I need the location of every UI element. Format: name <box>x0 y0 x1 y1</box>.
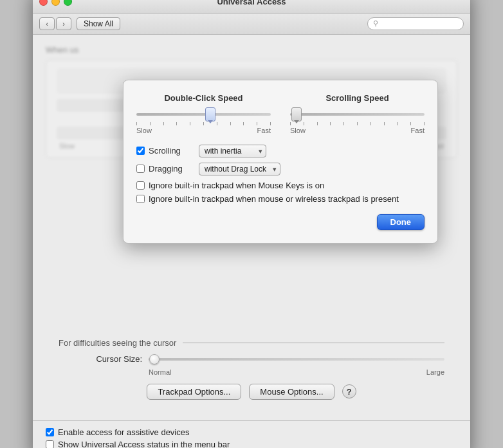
double-click-speed-track <box>136 113 271 116</box>
when-using-label: When us <box>46 45 78 55</box>
ignore-trackpad-wireless-checkbox[interactable] <box>136 195 145 203</box>
minimize-button[interactable] <box>51 0 60 6</box>
double-click-tick-marks <box>136 122 271 125</box>
cursor-section-label-text: For difficulties seeing the cursor <box>59 338 176 348</box>
maximize-button[interactable] <box>64 0 72 6</box>
dragging-dropdown-wrapper: without Drag Lock with Drag Lock three f… <box>199 163 280 175</box>
main-window: Universal Access ‹ › Show All ⚲ When us … <box>33 0 470 448</box>
help-button[interactable]: ? <box>342 384 356 399</box>
show-status-row: Show Universal Access status in the menu… <box>46 440 457 449</box>
scrolling-speed-slider-container <box>290 108 425 121</box>
scrolling-tick-marks <box>290 122 425 125</box>
cursor-size-labels: Normal Large <box>149 368 444 376</box>
double-click-speed-section: Double-Click Speed Slow Fast <box>136 93 271 134</box>
ignore-trackpad-mousekeys-checkbox[interactable] <box>136 181 145 190</box>
content-area: When us Maximum Speed Slow Medium Fast D… <box>33 35 470 420</box>
ignore-trackpad-wireless-row: Ignore built-in trackpad when mouse or w… <box>136 194 425 204</box>
done-btn-row: Done <box>136 214 425 230</box>
close-button[interactable] <box>39 0 48 6</box>
search-icon: ⚲ <box>373 19 378 28</box>
scrolling-slow-label: Slow <box>290 127 306 134</box>
toolbar: ‹ › Show All ⚲ <box>33 13 470 35</box>
cursor-slider-track <box>149 358 444 361</box>
scrolling-dropdown[interactable]: with inertia without inertia <box>199 145 266 157</box>
cursor-normal-label: Normal <box>149 368 171 376</box>
cursor-section-label: For difficulties seeing the cursor <box>59 338 444 348</box>
slow-speed-label: Slow <box>59 142 75 150</box>
scrolling-speed-label: Scrolling Speed <box>325 93 389 103</box>
sliders-row: Double-Click Speed Slow Fast <box>136 93 425 134</box>
titlebar: Universal Access <box>33 0 470 13</box>
dragging-checkbox-label[interactable]: Dragging <box>136 164 194 174</box>
dragging-dropdown[interactable]: without Drag Lock with Drag Lock three f… <box>199 163 280 175</box>
traffic-lights <box>39 0 72 6</box>
scrolling-speed-thumb[interactable] <box>291 107 302 121</box>
scrolling-speed-track <box>290 113 425 116</box>
double-click-speed-slider-container <box>136 108 271 121</box>
search-box: ⚲ <box>367 17 464 30</box>
search-input[interactable] <box>381 19 458 28</box>
show-status-checkbox[interactable] <box>46 440 54 449</box>
scrolling-checkbox[interactable] <box>136 147 145 155</box>
double-click-speed-label: Double-Click Speed <box>164 93 242 103</box>
enable-access-row: Enable access for assistive devices <box>46 427 457 437</box>
ignore-trackpad-mousekeys-label: Ignore built-in trackpad when Mouse Keys… <box>149 181 324 190</box>
dragging-label-text: Dragging <box>149 164 194 174</box>
scrolling-dropdown-wrapper: with inertia without inertia <box>199 145 266 157</box>
scrolling-speed-section: Scrolling Speed Slow Fast <box>290 93 425 134</box>
dragging-checkbox[interactable] <box>136 165 145 173</box>
forward-button[interactable]: › <box>56 17 71 30</box>
cursor-large-label: Large <box>426 368 444 376</box>
buttons-row: Trackpad Options... Mouse Options... ? <box>59 384 444 400</box>
trackpad-popup: Double-Click Speed Slow Fast <box>123 80 438 244</box>
nav-buttons: ‹ › <box>39 17 71 30</box>
scrolling-checkbox-label[interactable]: Scrolling <box>136 146 194 156</box>
scrolling-label-text: Scrolling <box>149 146 194 156</box>
dragging-row: Dragging without Drag Lock with Drag Loc… <box>136 163 425 175</box>
double-click-slow-label: Slow <box>136 127 152 134</box>
ignore-trackpad-wireless-label: Ignore built-in trackpad when mouse or w… <box>149 194 399 204</box>
window-title: Universal Access <box>217 0 286 6</box>
ignore-trackpad-mousekeys-row: Ignore built-in trackpad when Mouse Keys… <box>136 181 425 190</box>
enable-access-label: Enable access for assistive devices <box>58 427 189 437</box>
show-all-button[interactable]: Show All <box>77 17 120 30</box>
cursor-size-row: Cursor Size: <box>91 353 444 366</box>
enable-access-checkbox[interactable] <box>46 428 54 436</box>
bottom-section: For difficulties seeing the cursor Curso… <box>46 338 457 410</box>
done-button[interactable]: Done <box>377 214 425 230</box>
scrolling-row: Scrolling with inertia without inertia <box>136 145 425 157</box>
scrolling-speed-labels: Slow Fast <box>290 127 425 134</box>
cursor-size-label: Cursor Size: <box>91 354 142 364</box>
trackpad-options-button[interactable]: Trackpad Options... <box>147 384 241 400</box>
footer-section: Enable access for assistive devices Show… <box>33 420 470 449</box>
cursor-size-thumb[interactable] <box>149 354 160 364</box>
double-click-speed-thumb[interactable] <box>205 107 215 121</box>
cursor-size-slider-container <box>149 353 444 366</box>
mouse-options-button[interactable]: Mouse Options... <box>249 384 334 400</box>
scrolling-fast-label: Fast <box>411 127 425 134</box>
back-button[interactable]: ‹ <box>39 17 55 30</box>
double-click-speed-labels: Slow Fast <box>136 127 271 134</box>
show-status-label: Show Universal Access status in the menu… <box>58 440 230 449</box>
double-click-fast-label: Fast <box>257 127 271 134</box>
